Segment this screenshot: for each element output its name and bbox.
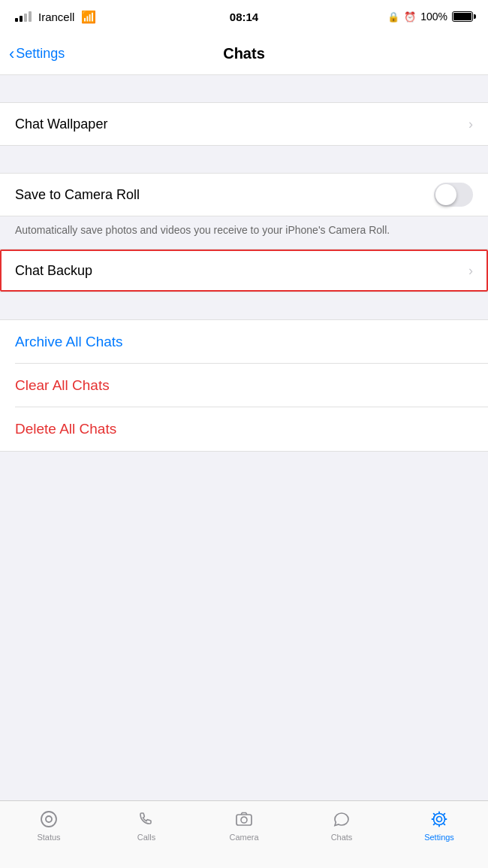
wallpaper-group: Chat Wallpaper › xyxy=(0,102,488,146)
archive-all-label: Archive All Chats xyxy=(15,334,123,350)
chats-tab-label: Chats xyxy=(331,833,353,842)
wallpaper-right: › xyxy=(468,116,473,132)
camera-roll-label: Save to Camera Roll xyxy=(15,187,140,203)
camera-roll-description: Automatically save photos and videos you… xyxy=(0,216,488,249)
clear-all-row[interactable]: Clear All Chats xyxy=(0,364,488,407)
chat-wallpaper-row[interactable]: Chat Wallpaper › xyxy=(0,103,488,145)
back-label: Settings xyxy=(16,46,65,62)
clear-all-label: Clear All Chats xyxy=(15,377,110,394)
tab-camera[interactable]: Camera xyxy=(195,809,293,842)
calls-tab-icon xyxy=(136,809,157,830)
camera-roll-group: Save to Camera Roll xyxy=(0,173,488,216)
backup-chevron-icon: › xyxy=(468,263,473,279)
tab-chats[interactable]: Chats xyxy=(293,809,390,842)
signal-bar-1 xyxy=(15,18,18,22)
signal-bar-2 xyxy=(20,16,23,22)
chat-wallpaper-label: Chat Wallpaper xyxy=(15,116,107,132)
camera-tab-label: Camera xyxy=(229,833,258,842)
bottom-spacer xyxy=(0,452,488,602)
svg-point-5 xyxy=(434,814,445,825)
spacer-3 xyxy=(0,292,488,319)
calls-tab-label: Calls xyxy=(137,833,155,842)
wifi-icon: 📶 xyxy=(81,10,96,24)
tab-bar: Status Calls Camera Chats xyxy=(0,800,488,868)
chat-backup-row[interactable]: Chat Backup › xyxy=(0,250,488,292)
svg-rect-2 xyxy=(236,815,252,825)
status-time: 08:14 xyxy=(230,11,258,23)
settings-tab-icon xyxy=(429,809,450,830)
backup-group: Chat Backup › xyxy=(0,249,488,292)
wallpaper-chevron-icon: › xyxy=(468,116,473,132)
status-tab-icon xyxy=(38,809,59,830)
delete-all-row[interactable]: Delete All Chats xyxy=(0,407,488,451)
status-bar: Irancell 📶 08:14 🔒 ⏰ 100% xyxy=(0,0,488,33)
screen-lock-icon: 🔒 xyxy=(387,11,399,23)
svg-point-0 xyxy=(41,812,56,827)
status-tab-label: Status xyxy=(37,833,60,842)
camera-roll-toggle[interactable] xyxy=(434,183,473,207)
svg-point-3 xyxy=(241,817,247,823)
carrier-name: Irancell xyxy=(38,11,74,23)
nav-bar: ‹ Settings Chats xyxy=(0,33,488,75)
tab-status[interactable]: Status xyxy=(0,809,98,842)
tab-settings[interactable]: Settings xyxy=(390,809,488,842)
content: Chat Wallpaper › Save to Camera Roll Aut… xyxy=(0,75,488,602)
archive-all-row[interactable]: Archive All Chats xyxy=(0,320,488,364)
chats-tab-icon xyxy=(331,809,352,830)
toggle-knob xyxy=(435,184,456,205)
status-left: Irancell 📶 xyxy=(15,10,96,24)
camera-tab-icon xyxy=(233,809,255,830)
settings-tab-label: Settings xyxy=(424,833,454,842)
action-group: Archive All Chats Clear All Chats Delete… xyxy=(0,319,488,452)
battery-indicator xyxy=(452,11,473,22)
chat-backup-label: Chat Backup xyxy=(15,263,92,279)
camera-roll-right xyxy=(434,183,473,207)
backup-right: › xyxy=(468,263,473,279)
spacer-2 xyxy=(0,146,488,173)
spacer-1 xyxy=(0,75,488,102)
signal-bars xyxy=(15,11,32,22)
battery-percent: 100% xyxy=(420,11,447,23)
signal-bar-4 xyxy=(29,11,32,22)
status-right: 🔒 ⏰ 100% xyxy=(387,11,473,23)
camera-roll-row[interactable]: Save to Camera Roll xyxy=(0,174,488,216)
back-button[interactable]: ‹ Settings xyxy=(9,46,65,62)
signal-bar-3 xyxy=(24,14,27,22)
back-chevron-icon: ‹ xyxy=(9,46,14,62)
alarm-icon: ⏰ xyxy=(404,11,416,23)
page-title: Chats xyxy=(223,45,265,62)
delete-all-label: Delete All Chats xyxy=(15,421,116,437)
svg-point-1 xyxy=(46,816,52,822)
svg-point-4 xyxy=(437,817,442,822)
tab-calls[interactable]: Calls xyxy=(98,809,195,842)
